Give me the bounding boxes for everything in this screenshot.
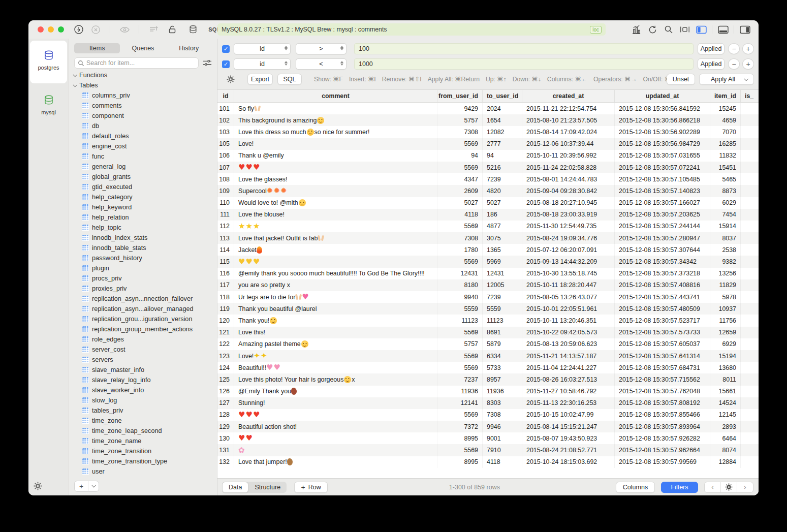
toggle-bottom-panel-icon[interactable] — [717, 24, 729, 35]
grid-row[interactable]: 124Beautiful!! ♥♥556957332015-11-04 12:2… — [217, 362, 759, 373]
sidebar-table-item[interactable]: time_zone_name — [69, 436, 217, 446]
grid-row[interactable]: 112★ ★ ★556948772015-11-30 12:54:49.7352… — [217, 221, 759, 232]
grid-row[interactable]: 119Thank you beautiful @laurel5559555920… — [217, 303, 759, 315]
next-page-button[interactable]: › — [737, 483, 753, 491]
resize-columns-icon[interactable] — [679, 24, 690, 35]
tab-data[interactable]: Data — [222, 482, 248, 493]
settings-gear-icon[interactable] — [34, 482, 42, 490]
database-icon[interactable] — [187, 24, 199, 35]
sidebar-table-item[interactable]: replication_group_member_actions — [69, 324, 217, 334]
sidebar-table-item[interactable]: password_history — [69, 253, 217, 263]
search-icon[interactable] — [663, 24, 674, 35]
preview-icon[interactable] — [119, 24, 130, 35]
sidebar-table-item[interactable]: replication_asyn...nnection_failover — [69, 294, 217, 304]
sidebar-table-item[interactable]: slow_log — [69, 395, 217, 405]
column-header-is_[interactable]: is_ — [741, 90, 759, 102]
columns-button[interactable]: Columns — [616, 482, 655, 493]
filter-2-value-input[interactable]: 1000 — [354, 58, 694, 70]
grid-row[interactable]: 101So fly 942920242015-11-21 22:12:54.75… — [217, 103, 759, 114]
grid-row[interactable]: 115♥♥♥556959692015-09-13 14:44:32.209201… — [217, 256, 759, 267]
prev-page-button[interactable]: ‹ — [705, 483, 720, 491]
sidebar-table-item[interactable]: time_zone — [69, 416, 217, 426]
sidebar-table-item[interactable]: general_log — [69, 162, 217, 172]
zoom-window-button[interactable] — [58, 26, 64, 33]
grid-row[interactable]: 128♥♥♥556973082015-10-15 10:02:47.992015… — [217, 409, 759, 421]
sql-button[interactable]: SQL — [277, 74, 302, 85]
grid-row[interactable]: 113Love that jacket! Outfit is fab 73083… — [217, 232, 759, 244]
toggle-left-panel-icon[interactable] — [696, 24, 707, 35]
commit-changes-icon[interactable] — [148, 24, 159, 35]
toggle-right-panel-icon[interactable] — [739, 24, 750, 35]
apply-all-button[interactable]: Apply All — [699, 74, 754, 85]
minimize-window-button[interactable] — [48, 26, 54, 33]
sidebar-table-item[interactable]: help_topic — [69, 223, 217, 233]
tab-structure[interactable]: Structure — [248, 482, 287, 493]
grid-row[interactable]: 107♥♥♥556952162015-11-24 22:02:58.828201… — [217, 162, 759, 173]
sidebar-table-item[interactable]: proxies_priv — [69, 284, 217, 294]
connection-mysql[interactable]: mysql — [30, 85, 67, 128]
grid-row[interactable]: 116@emily thank you soooo much beautiful… — [217, 268, 759, 279]
grid-row[interactable]: 127Stunning!1214183032015-11-13 22:30:16… — [217, 397, 759, 409]
sidebar-table-item[interactable]: innodb_index_stats — [69, 233, 217, 243]
tab-queries[interactable]: Queries — [120, 43, 166, 53]
sidebar-table-item[interactable]: procs_priv — [69, 273, 217, 284]
grid-row[interactable]: 130♥♥899590012015-08-07 19:43:50.9232015… — [217, 432, 759, 444]
sidebar-table-item[interactable]: help_category — [69, 192, 217, 202]
sidebar-table-item[interactable]: time_zone_transition_type — [69, 456, 217, 466]
sidebar-table-item[interactable]: component — [69, 111, 217, 121]
section-functions[interactable]: Functions — [69, 70, 217, 80]
sidebar-table-item[interactable]: db — [69, 121, 217, 131]
section-tables[interactable]: Tables — [69, 80, 217, 90]
filter-1-add-button[interactable]: + — [742, 43, 754, 54]
column-header-item_id[interactable]: item_id — [710, 90, 741, 102]
page-settings-gear-icon[interactable] — [721, 483, 737, 491]
filter-2-operator-select[interactable]: < — [296, 58, 347, 70]
grid-row[interactable]: 118Ur legs are to die for♥994072392015-0… — [217, 291, 759, 303]
grid-row[interactable]: 131✿556979102015-08-24 21:08:52.7712015-… — [217, 444, 759, 456]
grid-row[interactable]: 121Love this!556986912015-10-22 09:42:05… — [217, 327, 759, 338]
filter-1-applied-button[interactable]: Applied — [698, 43, 725, 54]
grid-row[interactable]: 132Love that jumper! 899541182015-10-24 … — [217, 456, 759, 468]
sidebar-table-item[interactable]: plugin — [69, 263, 217, 273]
column-header-to_user_id[interactable]: to_user_id — [483, 90, 522, 102]
grid-row[interactable]: 108Love the glasses!434772392015-08-01 1… — [217, 173, 759, 185]
filter-2-column-select[interactable]: id — [234, 58, 291, 70]
sidebar-table-item[interactable]: slave_relay_log_info — [69, 375, 217, 385]
sidebar-table-item[interactable]: help_keyword — [69, 202, 217, 212]
grid-row[interactable]: 105Love!556927772015-12-06 10:37:39.4420… — [217, 138, 759, 150]
grid-row[interactable]: 123Love! ✦✦556963342015-11-21 14:13:57.1… — [217, 350, 759, 362]
connection-postgres[interactable]: postgres — [30, 41, 67, 83]
unset-button[interactable]: Unset — [667, 74, 695, 85]
filter-1-remove-button[interactable]: − — [728, 43, 740, 54]
filter-1-checkbox[interactable]: ✓ — [222, 45, 230, 53]
column-header-id[interactable]: id — [217, 90, 234, 102]
sidebar-table-item[interactable]: default_roles — [69, 131, 217, 141]
sidebar-table-item[interactable]: help_relation — [69, 212, 217, 223]
grid-row[interactable]: 125Love this photo! Your hair is gorgeou… — [217, 373, 759, 385]
grid-row[interactable]: 126@Emily Thank you11936119362015-11-27 … — [217, 386, 759, 397]
sidebar-table-item[interactable]: global_grants — [69, 172, 217, 182]
filter-settings-gear-icon[interactable] — [227, 75, 235, 83]
sidebar-table-item[interactable]: server_cost — [69, 345, 217, 355]
filter-options-icon[interactable] — [203, 59, 212, 67]
sidebar-table-item[interactable]: replication_grou...iguration_version — [69, 314, 217, 324]
grid-row[interactable]: 117you are so pretty x8180120052015-10-1… — [217, 279, 759, 291]
grid-row[interactable]: 114Jacket 178013652015-07-12 06:20:07.09… — [217, 244, 759, 256]
sidebar-table-item[interactable]: columns_priv — [69, 90, 217, 101]
sidebar-table-item[interactable]: slave_worker_info — [69, 385, 217, 395]
chart-icon[interactable] — [631, 24, 642, 35]
column-header-from_user_id[interactable]: from_user_id — [437, 90, 483, 102]
sidebar-table-item[interactable]: innodb_table_stats — [69, 243, 217, 253]
grid-row[interactable]: 122Amazing pastel theme 575758792015-08-… — [217, 338, 759, 350]
grid-row[interactable]: 120Thank you! 11123111232015-10-11 13:20… — [217, 315, 759, 326]
sidebar-table-item[interactable]: time_zone_leap_second — [69, 426, 217, 436]
sidebar-table-item[interactable]: gtid_executed — [69, 182, 217, 192]
sidebar-table-item[interactable]: comments — [69, 101, 217, 111]
connection-icon[interactable] — [73, 24, 84, 35]
sidebar-table-item[interactable]: engine_cost — [69, 141, 217, 151]
grid-row[interactable]: 102This background is amazing57571654201… — [217, 114, 759, 126]
grid-row[interactable]: 111Love the blouse!41181862015-08-18 23:… — [217, 209, 759, 221]
column-header-created_at[interactable]: created_at — [522, 90, 615, 102]
filter-2-checkbox[interactable]: ✓ — [222, 60, 230, 68]
add-row-button[interactable]: +Row — [294, 482, 328, 493]
